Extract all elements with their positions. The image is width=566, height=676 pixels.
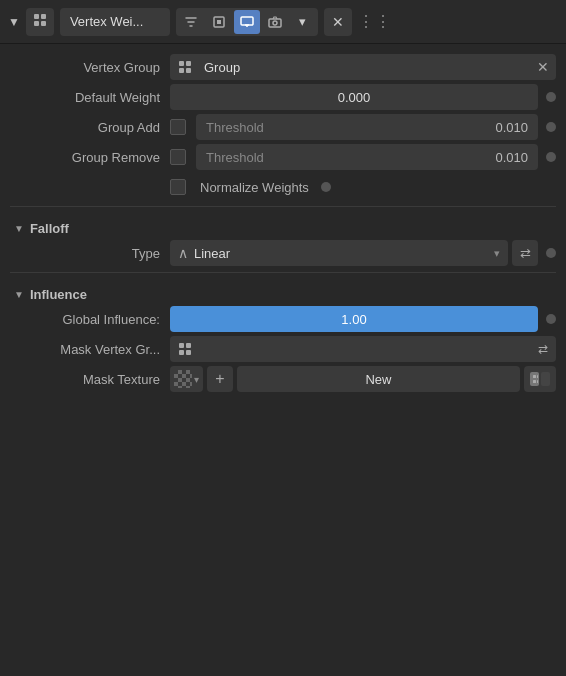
mask-texture-row: Mask Texture ▾ + New: [10, 366, 556, 392]
vertex-group-close-button[interactable]: ✕: [530, 54, 556, 80]
svg-rect-0: [34, 14, 39, 19]
svg-rect-11: [179, 61, 184, 66]
group-add-threshold-value: 0.010: [495, 120, 528, 135]
group-remove-label: Group Remove: [10, 150, 170, 165]
normalize-checkbox[interactable]: [170, 179, 186, 195]
layout-icon: [32, 12, 48, 31]
svg-rect-15: [179, 343, 184, 348]
group-add-threshold-input[interactable]: Threshold 0.010: [196, 114, 538, 140]
chevron-down-icon: ▾: [299, 14, 306, 29]
global-influence-row: Global Influence: 1.00: [10, 306, 556, 332]
mask-texture-add-button[interactable]: +: [207, 366, 233, 392]
svg-rect-19: [530, 372, 539, 386]
mask-vg-input[interactable]: ⇄: [170, 336, 556, 362]
close-button[interactable]: ✕: [324, 8, 352, 36]
type-arrows-button[interactable]: ⇄: [512, 240, 538, 266]
default-weight-label: Default Weight: [10, 90, 170, 105]
svg-rect-1: [41, 14, 46, 19]
svg-rect-17: [179, 350, 184, 355]
vertex-group-name: Group: [200, 60, 530, 75]
global-influence-control: 1.00: [170, 306, 556, 332]
normalize-control: Normalize Weights: [170, 179, 556, 195]
checker-chevron-icon: ▾: [194, 374, 199, 385]
vertex-group-label: Vertex Group: [10, 60, 170, 75]
type-dropdown[interactable]: ∧ Linear ▾: [170, 240, 508, 266]
type-row: Type ∧ Linear ▾ ⇄: [10, 240, 556, 266]
type-chevron-icon: ▾: [494, 247, 500, 260]
falloff-arrow-icon: ▼: [14, 223, 24, 234]
type-value: Linear: [194, 246, 488, 261]
group-add-label: Group Add: [10, 120, 170, 135]
mask-texture-new-button[interactable]: New: [237, 366, 520, 392]
svg-rect-2: [34, 21, 39, 26]
group-remove-threshold-input[interactable]: Threshold 0.010: [196, 144, 538, 170]
close-icon: ✕: [332, 14, 344, 30]
layout-button[interactable]: [26, 8, 54, 36]
type-control: ∧ Linear ▾ ⇄: [170, 240, 556, 266]
global-influence-dot: [546, 314, 556, 324]
frame-button[interactable]: [206, 10, 232, 34]
toolbar: ▼ Vertex Wei...: [0, 0, 566, 44]
section-divider-2: [10, 272, 556, 273]
mask-vertex-group-row: Mask Vertex Gr... ⇄: [10, 336, 556, 362]
type-dot: [546, 248, 556, 258]
camera-button[interactable]: [262, 10, 288, 34]
default-weight-row: Default Weight 0.000: [10, 84, 556, 110]
group-add-checkbox[interactable]: [170, 119, 186, 135]
mask-vertex-group-control: ⇄: [170, 336, 556, 362]
group-add-row: Group Add Threshold 0.010: [10, 114, 556, 140]
default-weight-input[interactable]: 0.000: [170, 84, 538, 110]
influence-arrow-icon: ▼: [14, 289, 24, 300]
svg-rect-21: [533, 375, 536, 378]
group-add-dot: [546, 122, 556, 132]
svg-rect-13: [179, 68, 184, 73]
dropdown-button[interactable]: ▾: [290, 10, 316, 34]
type-label: Type: [10, 246, 170, 261]
svg-rect-6: [241, 17, 253, 25]
svg-rect-22: [533, 380, 536, 383]
svg-rect-12: [186, 61, 191, 66]
mask-vertex-group-label: Mask Vertex Gr...: [10, 342, 170, 357]
mask-texture-dropdown[interactable]: ▾: [170, 366, 203, 392]
influence-section-header[interactable]: ▼ Influence: [10, 279, 556, 306]
group-remove-threshold-value: 0.010: [495, 150, 528, 165]
default-weight-dot: [546, 92, 556, 102]
properties-panel: Vertex Group Group ✕ Default Weight 0.00…: [0, 44, 566, 676]
group-remove-threshold-label: Threshold: [206, 150, 264, 165]
grid-icon: [170, 54, 200, 80]
mask-vg-grid-icon: [170, 336, 200, 362]
normalize-dot: [321, 182, 331, 192]
monitor-button[interactable]: [234, 10, 260, 34]
editor-title-text: Vertex Wei...: [70, 14, 143, 29]
svg-rect-24: [537, 380, 538, 383]
svg-rect-9: [269, 19, 281, 27]
group-remove-row: Group Remove Threshold 0.010: [10, 144, 556, 170]
linear-icon: ∧: [178, 245, 188, 261]
svg-rect-18: [186, 350, 191, 355]
svg-rect-14: [186, 68, 191, 73]
mask-vg-arrows-icon[interactable]: ⇄: [530, 336, 556, 362]
mask-texture-control: ▾ + New: [170, 366, 556, 392]
plus-icon: +: [215, 370, 224, 388]
global-influence-input[interactable]: 1.00: [170, 306, 538, 332]
normalize-row: Normalize Weights: [10, 174, 556, 200]
influence-label: Influence: [30, 287, 87, 302]
vertex-group-control[interactable]: Group ✕: [170, 54, 556, 80]
section-divider-1: [10, 206, 556, 207]
svg-point-10: [273, 21, 277, 25]
svg-rect-16: [186, 343, 191, 348]
group-remove-dot: [546, 152, 556, 162]
vertex-group-row: Vertex Group Group ✕: [10, 54, 556, 80]
dots-icon[interactable]: ⋮⋮: [358, 12, 392, 31]
group-remove-checkbox[interactable]: [170, 149, 186, 165]
svg-rect-20: [541, 372, 550, 386]
mask-texture-toggle-button[interactable]: [524, 366, 556, 392]
arrows-icon: ⇄: [520, 246, 531, 261]
falloff-section-header[interactable]: ▼ Falloff: [10, 213, 556, 240]
editor-title[interactable]: Vertex Wei...: [60, 8, 170, 36]
falloff-label: Falloff: [30, 221, 69, 236]
svg-rect-23: [537, 375, 538, 378]
svg-rect-3: [41, 21, 46, 26]
filter-button[interactable]: [178, 10, 204, 34]
toolbar-arrow[interactable]: ▼: [8, 15, 20, 29]
